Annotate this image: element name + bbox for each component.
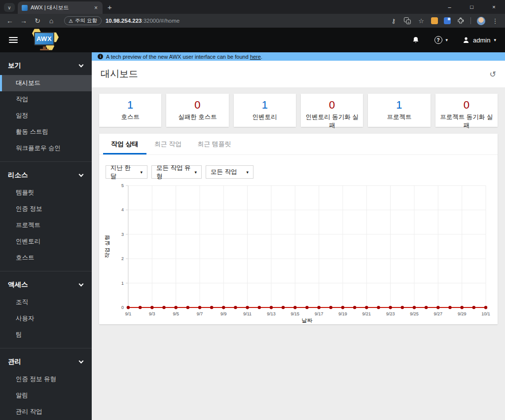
sidebar-item[interactable]: 워크플로우 승인 <box>0 140 92 156</box>
new-tab-button[interactable]: + <box>108 3 112 11</box>
extensions-puzzle-icon[interactable] <box>457 17 465 25</box>
nav-section-header[interactable]: 보기 <box>0 55 92 75</box>
browser-menu-icon[interactable]: ⋮ <box>491 17 499 25</box>
user-name: admin <box>473 37 490 44</box>
password-key-icon[interactable]: ⚷ <box>390 17 397 25</box>
panel-tab[interactable]: 최근 템플릿 <box>189 134 239 154</box>
dashboard-body: 1호스트0실패한 호스트1인벤토리0인벤토리 동기화 실패1프로젝트0프로젝트 … <box>92 87 505 420</box>
tech-preview-banner: i A tech preview of the new AWX user int… <box>92 52 505 61</box>
svg-text:0: 0 <box>121 305 124 310</box>
nav-section: 리소스템플릿인증 정보프로젝트인벤토리호스트 <box>0 162 92 271</box>
back-icon[interactable]: ← <box>4 17 16 25</box>
tech-preview-link[interactable]: here <box>250 54 261 60</box>
nav-section-header[interactable]: 리소스 <box>0 165 92 185</box>
panel-tab[interactable]: 작업 상태 <box>103 134 146 154</box>
awx-logo[interactable]: AWX <box>31 29 59 51</box>
reload-icon[interactable]: ↻ <box>32 17 43 25</box>
summary-card[interactable]: 1프로젝트 <box>368 94 430 127</box>
summary-card[interactable]: 1호스트 <box>99 94 161 127</box>
nav-section: 관리인증 정보 유형알림관리 작업인스턴스 그룹인스턴스애플리케이션실행 환경토… <box>0 348 92 420</box>
card-value: 1 <box>370 98 428 112</box>
tab-list-chevron-icon[interactable]: ∨ <box>4 3 15 12</box>
chevron-down-icon <box>79 359 84 364</box>
sidebar-item[interactable]: 일정 <box>0 108 92 124</box>
window-controls: – □ × <box>438 0 505 14</box>
help-menu[interactable]: ? ▾ <box>434 36 448 44</box>
banner-text: A tech preview of the new AWX user inter… <box>106 54 262 60</box>
sidebar-item[interactable]: 관리 작업 <box>0 404 92 420</box>
filter-dropdown[interactable]: 모든 작업 유형▾ <box>151 165 202 179</box>
help-icon: ? <box>434 36 442 44</box>
sidebar-item[interactable]: 알림 <box>0 387 92 404</box>
sidebar-item[interactable]: 인증 정보 유형 <box>0 371 92 387</box>
svg-text:9/23: 9/23 <box>386 311 395 316</box>
extension-orange-icon[interactable] <box>431 17 438 24</box>
sidebar-item[interactable]: 인증 정보 <box>0 201 92 217</box>
translate-icon[interactable] <box>403 17 411 25</box>
notifications-bell-icon[interactable] <box>412 36 420 44</box>
svg-text:9/1: 9/1 <box>125 311 132 316</box>
sidebar-item[interactable]: 조직 <box>0 294 92 310</box>
sidebar-item[interactable]: 인벤토리 <box>0 233 92 250</box>
sidebar-item[interactable]: 사용자 <box>0 310 92 327</box>
chart-svg: 0123459/19/39/59/79/99/119/139/159/179/1… <box>101 182 496 324</box>
svg-text:9/29: 9/29 <box>458 311 467 316</box>
url-path: :32000/#/home <box>142 18 180 24</box>
sidebar-item[interactable]: 활동 스트림 <box>0 124 92 140</box>
forward-icon[interactable]: → <box>18 17 30 25</box>
summary-card[interactable]: 1인벤토리 <box>234 94 296 127</box>
card-label: 인벤토리 <box>236 113 294 121</box>
screen: ∨ AWX | 대시보드 × + – □ × ← → ↻ ⌂ ⚠ 주의 요함 1… <box>0 0 505 420</box>
summary-card[interactable]: 0인벤토리 동기화 실패 <box>301 94 363 127</box>
home-icon[interactable]: ⌂ <box>45 17 57 25</box>
browser-tab[interactable]: AWX | 대시보드 × <box>18 1 103 14</box>
address-bar[interactable]: ⚠ 주의 요함 10.98.254.223:32000/#/home <box>62 15 385 26</box>
filter-dropdown[interactable]: 지난 한 달▾ <box>106 165 147 179</box>
close-button[interactable]: × <box>483 4 505 10</box>
nav-section-label: 액세스 <box>8 280 28 289</box>
chevron-down-icon: ▾ <box>494 38 496 42</box>
chevron-down-icon <box>79 172 84 177</box>
user-menu[interactable]: admin ▾ <box>463 37 496 44</box>
sidebar-item[interactable]: 팀 <box>0 327 92 343</box>
summary-card[interactable]: 0실패한 호스트 <box>166 94 228 127</box>
browser-toolbar: ← → ↻ ⌂ ⚠ 주의 요함 10.98.254.223:32000/#/ho… <box>0 14 505 28</box>
site-security-chip[interactable]: ⚠ 주의 요함 <box>64 16 102 25</box>
chevron-down-icon <box>79 63 84 68</box>
card-value: 1 <box>236 98 294 112</box>
summary-cards: 1호스트0실패한 호스트1인벤토리0인벤토리 동기화 실패1프로젝트0프로젝트 … <box>99 94 498 127</box>
profile-avatar[interactable] <box>477 17 485 25</box>
minimize-button[interactable]: – <box>438 4 461 10</box>
sidebar-item[interactable]: 대시보드 <box>0 75 92 91</box>
refresh-history-icon[interactable]: ↺ <box>490 70 496 79</box>
svg-text:9/17: 9/17 <box>315 311 324 316</box>
filter-dropdown[interactable]: 모든 작업▾ <box>206 165 253 179</box>
card-value: 1 <box>101 98 159 112</box>
nav-section-label: 관리 <box>8 357 21 366</box>
bookmark-star-icon[interactable]: ☆ <box>417 17 425 25</box>
tab-title: AWX | 대시보드 <box>31 4 90 11</box>
main-row: 보기대시보드작업일정활동 스트림워크플로우 승인리소스템플릿인증 정보프로젝트인… <box>0 52 505 420</box>
user-icon <box>463 37 469 43</box>
maximize-button[interactable]: □ <box>461 4 483 10</box>
sidebar-item[interactable]: 템플릿 <box>0 185 92 201</box>
card-label: 프로젝트 <box>370 113 428 121</box>
extension-blue-icon[interactable] <box>444 17 451 24</box>
nav-section-header[interactable]: 관리 <box>0 351 92 371</box>
card-label: 실패한 호스트 <box>168 113 226 121</box>
nav-section-label: 보기 <box>8 61 21 70</box>
nav-section-header[interactable]: 액세스 <box>0 274 92 294</box>
sidebar-item[interactable]: 작업 <box>0 91 92 108</box>
sidebar-item[interactable]: 호스트 <box>0 250 92 266</box>
chevron-down-icon: ▾ <box>140 170 143 175</box>
job-status-panel: 작업 상태최근 작업최근 템플릿 지난 한 달▾모든 작업 유형▾모든 작업▾ … <box>99 134 498 324</box>
summary-card[interactable]: 0프로젝트 동기화 실패 <box>435 94 498 127</box>
svg-text:9/7: 9/7 <box>197 311 203 316</box>
sidebar-item[interactable]: 프로젝트 <box>0 217 92 233</box>
card-value: 0 <box>437 98 496 112</box>
svg-text:9/27: 9/27 <box>434 311 443 316</box>
tab-close-icon[interactable]: × <box>93 4 99 11</box>
panel-tab[interactable]: 최근 작업 <box>146 134 190 154</box>
nav-toggle-hamburger-icon[interactable] <box>9 37 18 43</box>
security-chip-label: 주의 요함 <box>75 17 97 24</box>
